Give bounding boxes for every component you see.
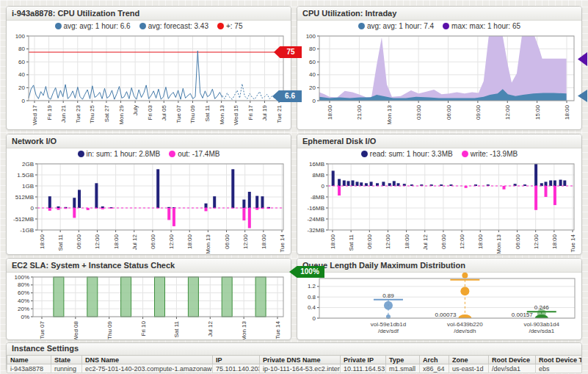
svg-text:Tue 21: Tue 21: [276, 104, 283, 123]
svg-text:Jul 12: Jul 12: [422, 234, 429, 250]
table-cell: running: [51, 364, 82, 373]
legend-dot-icon: [78, 151, 84, 157]
svg-text:60%: 60%: [18, 290, 29, 296]
svg-text:Jul 12: Jul 12: [207, 320, 214, 337]
svg-text:80: 80: [18, 46, 25, 52]
queue-length-chart[interactable]: 00.40.81.20.89vol-59e1db1d/dev/sdf0.0007…: [297, 273, 581, 339]
cpu-intraday-chart[interactable]: 02040608010018:0021:00Mon 1303:0006:0009…: [297, 32, 581, 129]
legend-label: out: -17.4MB: [178, 150, 219, 158]
svg-text:Tue 14: Tue 14: [275, 320, 281, 339]
svg-text:Mon 13: Mon 13: [496, 234, 502, 253]
legend-item: +: 75: [217, 22, 243, 30]
legend: avg: avg: 1 hour: 6.6avg: forecast: 3.43…: [7, 21, 291, 32]
panel-disk-io: Ephemeral Disk I/O read: sum: 1 hour: 3.…: [297, 134, 582, 255]
panel-title: Queue Length Daily Maximum Distribution: [297, 259, 581, 273]
svg-text:Thu 09: Thu 09: [106, 320, 113, 339]
svg-text:12:00: 12:00: [385, 234, 391, 249]
legend-item: in: sum: 1 hour: 2.8MB: [78, 150, 161, 158]
table-cell: m1.small: [386, 364, 420, 373]
table-cell: /dev/sda1: [489, 364, 536, 373]
svg-text:40: 40: [18, 71, 25, 78]
svg-text:-1GB: -1GB: [20, 227, 34, 234]
legend-dot-icon: [55, 23, 62, 29]
svg-text:Tue 07: Tue 07: [39, 320, 46, 339]
legend: read: sum: 1 hour: 3.3MBwrite: -13.9MB: [297, 148, 581, 159]
svg-text:Jul 12: Jul 12: [131, 234, 138, 250]
svg-text:Sat 11: Sat 11: [57, 234, 64, 251]
svg-text:Mon 13: Mon 13: [219, 104, 225, 124]
svg-text:20%: 20%: [18, 306, 29, 312]
svg-text:40%: 40%: [18, 298, 29, 304]
svg-text:80%: 80%: [18, 281, 29, 288]
panel-title: Instance Settings: [7, 343, 581, 355]
sla-chart[interactable]: 100%80%60%40%20%0%Tue 07Wed 08Thu 09Fri …: [7, 273, 291, 339]
svg-text:09:00: 09:00: [475, 104, 482, 120]
svg-text:1.5GB: 1.5GB: [17, 172, 34, 179]
table-cell: 75.101.140.203: [213, 364, 260, 373]
svg-text:12:00: 12:00: [504, 104, 511, 120]
settings-body: i-943a8878runningec2-75-101-140-203.comp…: [7, 364, 582, 373]
col-header: IP: [213, 356, 260, 364]
svg-text:/dev/sdh: /dev/sdh: [454, 328, 476, 334]
svg-text:Mon 13: Mon 13: [386, 104, 393, 124]
svg-text:12:00: 12:00: [533, 234, 540, 249]
svg-text:60: 60: [309, 59, 316, 65]
table-row[interactable]: i-943a8878runningec2-75-101-140-203.comp…: [7, 364, 582, 373]
col-header: State: [51, 356, 82, 364]
panel-title: i-943a8878: CPU Utilization Trend: [7, 7, 291, 21]
svg-text:Jul 05: Jul 05: [161, 104, 167, 121]
svg-text:12:00: 12:00: [168, 234, 175, 249]
col-header: Root Device: [489, 356, 536, 364]
legend-dot-icon: [443, 23, 449, 29]
svg-text:18:00: 18:00: [477, 234, 484, 249]
svg-text:12:00: 12:00: [242, 234, 249, 249]
panel-title: Ephemeral Disk I/O: [297, 134, 581, 148]
svg-text:20: 20: [18, 84, 25, 91]
instance-settings-table: NameStateDNS NameIPPrivate DNS NamePriva…: [7, 355, 582, 373]
svg-text:12:00: 12:00: [94, 234, 101, 249]
svg-text:0: 0: [313, 315, 316, 322]
panel-queue-length: Queue Length Daily Maximum Distribution …: [297, 258, 582, 340]
svg-text:18:00: 18:00: [39, 234, 46, 249]
svg-text:Fri 17: Fri 17: [247, 104, 254, 120]
legend-label: write: -13.9MB: [471, 150, 518, 158]
cpu-trend-chart[interactable]: 020406080100Wed 17Fri 19Jun 21Tue 23Thu …: [7, 32, 291, 129]
svg-text:06:00: 06:00: [446, 104, 452, 120]
panel-title: CPU Utilization: Intraday: [297, 7, 581, 21]
legend-item: avg: avg: 1 hour: 7.4: [358, 22, 434, 30]
disk-io-chart[interactable]: 16MB8MB0-8MB-16MB-24MB-32MB18:00Sat 1106…: [297, 159, 581, 254]
legend-dot-icon: [361, 151, 368, 157]
svg-text:Wed 15: Wed 15: [233, 104, 239, 125]
legend: in: sum: 1 hour: 2.8MBout: -17.4MB: [7, 148, 291, 159]
legend-dot-icon: [169, 151, 175, 157]
legend-label: in: sum: 1 hour: 2.8MB: [87, 150, 161, 158]
svg-text:-16MB: -16MB: [307, 205, 324, 212]
settings-header-row: NameStateDNS NameIPPrivate DNS NamePriva…: [7, 356, 582, 364]
svg-text:512MB: 512MB: [15, 194, 34, 201]
svg-text:1.2: 1.2: [308, 283, 316, 290]
table-cell: x86_64: [420, 364, 449, 373]
legend-item: avg: forecast: 3.43: [139, 22, 208, 30]
svg-text:18:00: 18:00: [330, 234, 336, 249]
legend-item: out: -17.4MB: [169, 150, 219, 158]
svg-text:July: July: [132, 105, 139, 115]
network-io-chart[interactable]: 2GB1.5GB1GB512MB0-512MB-1GB18:00Sat 1106…: [7, 159, 291, 254]
svg-text:/dev/sdf: /dev/sdf: [378, 328, 399, 334]
legend-label: +: 75: [226, 22, 243, 30]
svg-text:0: 0: [31, 205, 35, 212]
legend-dot-icon: [139, 23, 146, 29]
col-header: DNS Name: [82, 356, 213, 364]
panel-title: EC2 SLA: System + Instance Status Check: [7, 259, 291, 273]
table-cell: ip-10-111-164-53.ec2.internal: [260, 364, 341, 373]
svg-text:Mon 13: Mon 13: [241, 320, 247, 339]
svg-text:Wed 08: Wed 08: [73, 320, 79, 339]
svg-text:-24MB: -24MB: [307, 216, 324, 223]
legend-dot-icon: [358, 23, 365, 29]
svg-text:vol-6439b220: vol-6439b220: [447, 321, 483, 328]
svg-text:Mon 29: Mon 29: [118, 104, 125, 124]
svg-text:Mon 13: Mon 13: [205, 234, 211, 253]
svg-text:03:00: 03:00: [415, 104, 422, 120]
svg-text:06:00: 06:00: [76, 234, 82, 249]
svg-text:Thu 25: Thu 25: [89, 104, 95, 123]
svg-text:1GB: 1GB: [22, 183, 34, 190]
